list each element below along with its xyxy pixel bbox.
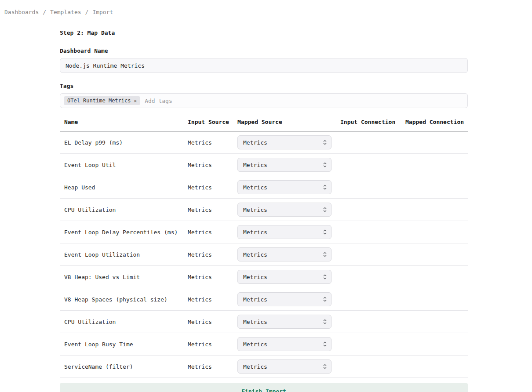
chevron-updown-icon [323, 319, 327, 325]
row-name: Event Loop Util [64, 162, 188, 168]
chevron-updown-icon [323, 229, 327, 235]
tags-label: Tags [60, 83, 468, 89]
mapped-source-value: Metrics [243, 139, 267, 146]
row-name: V8 Heap Spaces (physical size) [64, 296, 188, 303]
table-row: Event Loop Util Metrics Metrics [60, 154, 468, 176]
row-name: EL Delay p99 (ms) [64, 139, 188, 146]
row-input-source: Metrics [188, 207, 237, 213]
mapped-source-select[interactable]: Metrics [237, 315, 332, 329]
tags-input[interactable]: OTel Runtime Metrics ✕ Add tags [60, 93, 468, 108]
table-row: Event Loop Delay Percentiles (ms) Metric… [60, 221, 468, 243]
header-mapped-source: Mapped Source [237, 119, 340, 125]
breadcrumb-import[interactable]: Import [92, 9, 113, 15]
dashboard-name-label: Dashboard Name [60, 47, 468, 54]
mapped-source-select[interactable]: Metrics [237, 225, 332, 239]
chevron-updown-icon [323, 341, 327, 347]
row-input-source: Metrics [188, 341, 237, 348]
import-step-panel: Step 2: Map Data Dashboard Name Tags OTe… [60, 29, 468, 392]
mapped-source-select[interactable]: Metrics [237, 180, 332, 194]
breadcrumb-separator: / [85, 9, 89, 15]
breadcrumb-dashboards[interactable]: Dashboards [4, 9, 39, 15]
mapped-source-select[interactable]: Metrics [237, 270, 332, 284]
header-name: Name [64, 119, 188, 125]
chevron-updown-icon [323, 251, 327, 258]
mapped-source-value: Metrics [243, 184, 267, 191]
row-name: Event Loop Delay Percentiles (ms) [64, 229, 188, 236]
chevron-updown-icon [323, 207, 327, 213]
row-input-source: Metrics [188, 229, 237, 236]
breadcrumb-separator: / [43, 9, 46, 15]
row-name: Event Loop Utilization [64, 251, 188, 258]
header-input-source: Input Source [188, 119, 237, 125]
mapped-source-value: Metrics [243, 341, 267, 348]
row-input-source: Metrics [188, 139, 237, 146]
breadcrumb: Dashboards / Templates / Import [0, 0, 532, 15]
mapped-source-value: Metrics [243, 162, 267, 168]
row-name: CPU Utilization [64, 319, 188, 325]
table-row: ServiceName (filter) Metrics Metrics [60, 356, 468, 378]
table-row: CPU Utilization Metrics Metrics [60, 199, 468, 221]
table-row: Event Loop Busy Time Metrics Metrics [60, 333, 468, 356]
chevron-updown-icon [323, 162, 327, 168]
mapped-source-value: Metrics [243, 251, 267, 258]
mapped-source-value: Metrics [243, 296, 267, 303]
table-row: V8 Heap: Used vs Limit Metrics Metrics [60, 266, 468, 288]
chevron-updown-icon [323, 184, 327, 190]
table-row: EL Delay p99 (ms) Metrics Metrics [60, 131, 468, 154]
step-title: Step 2: Map Data [60, 29, 468, 36]
breadcrumb-templates[interactable]: Templates [50, 9, 81, 15]
chevron-updown-icon [323, 363, 327, 370]
chevron-updown-icon [323, 296, 327, 302]
tag-chip-label: OTel Runtime Metrics [67, 98, 131, 104]
mapping-table: Name Input Source Mapped Source Input Co… [60, 119, 468, 378]
row-name: ServiceName (filter) [64, 363, 188, 370]
table-row: Heap Used Metrics Metrics [60, 176, 468, 199]
mapped-source-select[interactable]: Metrics [237, 135, 332, 149]
row-input-source: Metrics [188, 184, 237, 191]
table-row: V8 Heap Spaces (physical size) Metrics M… [60, 288, 468, 311]
row-input-source: Metrics [188, 274, 237, 280]
remove-tag-icon[interactable]: ✕ [134, 98, 137, 103]
chevron-updown-icon [323, 274, 327, 280]
mapped-source-value: Metrics [243, 207, 267, 213]
mapped-source-select[interactable]: Metrics [237, 158, 332, 172]
mapped-source-select[interactable]: Metrics [237, 359, 332, 374]
row-name: V8 Heap: Used vs Limit [64, 274, 188, 280]
header-input-connection: Input Connection [340, 119, 405, 125]
tags-placeholder: Add tags [145, 98, 172, 104]
row-input-source: Metrics [188, 162, 237, 168]
chevron-updown-icon [323, 139, 327, 145]
mapped-source-select[interactable]: Metrics [237, 203, 332, 217]
mapped-source-select[interactable]: Metrics [237, 247, 332, 261]
tag-chip: OTel Runtime Metrics ✕ [64, 96, 140, 105]
row-input-source: Metrics [188, 319, 237, 325]
row-input-source: Metrics [188, 363, 237, 370]
dashboard-name-input[interactable] [60, 58, 468, 73]
header-mapped-connection: Mapped Connection [405, 119, 468, 125]
finish-import-button[interactable]: Finish Import [60, 383, 468, 392]
mapped-source-value: Metrics [243, 229, 267, 236]
row-name: Event Loop Busy Time [64, 341, 188, 348]
row-input-source: Metrics [188, 296, 237, 303]
table-row: CPU Utilization Metrics Metrics [60, 311, 468, 333]
row-name: Heap Used [64, 184, 188, 191]
mapped-source-value: Metrics [243, 363, 267, 370]
table-header-row: Name Input Source Mapped Source Input Co… [60, 119, 468, 131]
mapped-source-select[interactable]: Metrics [237, 292, 332, 306]
row-name: CPU Utilization [64, 207, 188, 213]
mapped-source-select[interactable]: Metrics [237, 337, 332, 351]
mapped-source-value: Metrics [243, 274, 267, 280]
mapped-source-value: Metrics [243, 319, 267, 325]
table-row: Event Loop Utilization Metrics Metrics [60, 243, 468, 266]
row-input-source: Metrics [188, 251, 237, 258]
